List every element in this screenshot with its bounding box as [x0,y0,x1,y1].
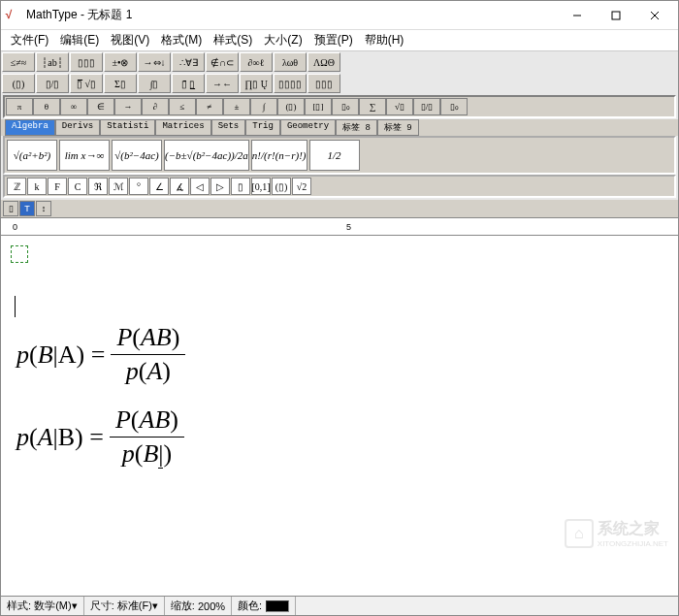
small-sym-10[interactable]: ▷ [210,178,230,195]
template-btn-7[interactable]: ∏▯ Ų [240,74,273,93]
inline-template-4[interactable]: → [114,98,142,115]
inline-template-11[interactable]: [▯] [305,98,332,115]
tab-trig[interactable]: Trig [245,119,280,136]
sample-3[interactable]: (−b±√(b²−4ac))/2a [164,140,249,171]
palette-btn-1[interactable]: ┆ab┆ [36,52,69,72]
small-sym-3[interactable]: C [68,178,87,195]
palette-btn-4[interactable]: →⇔↓ [138,52,171,72]
mini-tool-3[interactable]: ↕ [36,201,51,216]
selection-box [11,245,28,263]
maximize-button[interactable] [597,2,635,29]
palette-btn-0[interactable]: ≤≠≈ [2,52,35,72]
inline-template-10[interactable]: (▯) [277,98,305,115]
template-btn-3[interactable]: Σ▯ [104,74,137,93]
dropdown-icon: ▾ [152,600,158,612]
status-size-value: 标准(F) [117,599,152,613]
watermark-text: 系统之家 [598,519,668,539]
inline-template-9[interactable]: ∫ [250,98,277,115]
statusbar: 样式: 数学(M) ▾ 尺寸: 标准(F) ▾ 缩放: 200% 颜色: [1,596,678,615]
palette-btn-6[interactable]: ∉∩⊂ [206,52,239,72]
palette-btn-2[interactable]: ▯▯▯ [70,52,103,72]
template-btn-1[interactable]: ▯/▯ [36,74,69,93]
mini-tool-2[interactable]: T [19,201,35,216]
inline-template-6[interactable]: ≤ [169,98,196,115]
menu-format[interactable]: 格式(M) [155,30,208,50]
ruler: 0 5 [1,218,678,236]
inline-template-1[interactable]: θ [33,98,60,115]
palette-btn-9[interactable]: ΛΩΘ [307,52,340,72]
sample-1[interactable]: lim x→∞ [59,140,110,171]
small-sym-9[interactable]: ◁ [190,178,210,195]
small-sym-13[interactable]: (▯) [272,178,291,195]
template-btn-5[interactable]: ▯̄ ▯̲ [172,74,205,93]
inline-template-5[interactable]: ∂ [142,98,169,115]
status-color-label: 颜色: [238,599,262,613]
tab-标签 8[interactable]: 标签 8 [336,119,377,136]
category-tabs: AlgebraDerivsStatistiMatricesSetsTrigGeo… [1,119,678,136]
close-button[interactable] [635,2,674,29]
tab-geometry[interactable]: Geometry [280,119,336,136]
palette-btn-5[interactable]: ∴∀∃ [172,52,205,72]
template-btn-8[interactable]: ▯▯▯▯ [274,74,307,93]
inline-template-14[interactable]: √▯ [386,98,413,115]
inline-template-0[interactable]: π [6,98,33,115]
template-btn-2[interactable]: ▯̅ √▯ [70,74,103,93]
inline-template-12[interactable]: ▯₀ [332,98,359,115]
palette-btn-7[interactable]: ∂∞ℓ [240,52,273,72]
small-sym-1[interactable]: k [27,178,47,195]
watermark-sub: XITONGZHIJIA.NET [598,539,668,548]
small-sym-7[interactable]: ∠ [149,178,169,195]
small-sym-6[interactable]: ° [129,178,148,195]
inline-template-16[interactable]: ▯₀ [440,98,468,115]
palette-btn-3[interactable]: ±•⊗ [104,52,137,72]
ruler-mark-0: 0 [13,222,17,232]
menu-style[interactable]: 样式(S) [208,30,258,50]
menu-edit[interactable]: 编辑(E) [54,30,105,50]
menu-preferences[interactable]: 预置(P) [308,30,359,50]
small-sym-5[interactable]: ℳ [109,178,128,195]
status-size[interactable]: 尺寸: 标准(F) ▾ [84,597,165,615]
small-sym-2[interactable]: F [48,178,67,195]
tab-标签 9[interactable]: 标签 9 [377,119,419,136]
status-size-label: 尺寸: [90,599,114,613]
small-sym-14[interactable]: √2 [292,178,311,195]
small-sym-11[interactable]: ▯ [231,178,250,195]
small-sym-0[interactable]: ℤ [7,178,26,195]
sample-5[interactable]: 1/2 [309,140,360,171]
inline-template-13[interactable]: ∑ [359,98,386,115]
inline-template-3[interactable]: ∈ [87,98,114,115]
inline-template-8[interactable]: ± [223,98,250,115]
eq2-numerator: P(AB) [110,405,184,435]
status-style-value: 数学(M) [34,599,72,613]
small-sym-4[interactable]: ℜ [88,178,108,195]
template-btn-9[interactable]: ▯▯▯ [307,74,340,93]
menu-view[interactable]: 视图(V) [105,30,155,50]
small-sym-8[interactable]: ∡ [170,178,189,195]
menu-file[interactable]: 文件(F) [5,30,54,50]
sample-4[interactable]: n!/(r!(n−r)!) [251,140,307,171]
template-btn-0[interactable]: (▯) [2,74,35,93]
sample-2[interactable]: √(b²−4ac) [112,140,162,171]
inline-template-7[interactable]: ≠ [196,98,223,115]
menu-size[interactable]: 大小(Z) [258,30,307,50]
status-color[interactable]: 颜色: [232,597,296,615]
tab-algebra[interactable]: Algebra [5,119,55,136]
template-btn-6[interactable]: →← [206,74,239,93]
inline-template-15[interactable]: ▯/▯ [413,98,440,115]
status-zoom[interactable]: 缩放: 200% [165,597,232,615]
sample-0[interactable]: √(a²+b²) [7,140,57,171]
tab-statisti[interactable]: Statisti [100,119,155,136]
mini-tool-1[interactable]: ▯ [3,201,18,216]
tab-sets[interactable]: Sets [211,119,246,136]
minimize-button[interactable] [558,2,597,29]
inline-template-2[interactable]: ∞ [60,98,87,115]
tab-derivs[interactable]: Derivs [55,119,100,136]
tab-matrices[interactable]: Matrices [155,119,210,136]
template-btn-4[interactable]: ∫▯ [138,74,171,93]
equation-editor[interactable]: p(B|A) = P(AB) p(A) p(A|B) = P(AB) p(B|)… [1,236,678,593]
small-sym-12[interactable]: [0,1] [251,178,271,195]
eq1-numerator: P(AB) [111,323,185,352]
status-style[interactable]: 样式: 数学(M) ▾ [1,597,84,615]
menu-help[interactable]: 帮助(H) [359,30,410,50]
palette-btn-8[interactable]: λωθ [274,52,307,72]
